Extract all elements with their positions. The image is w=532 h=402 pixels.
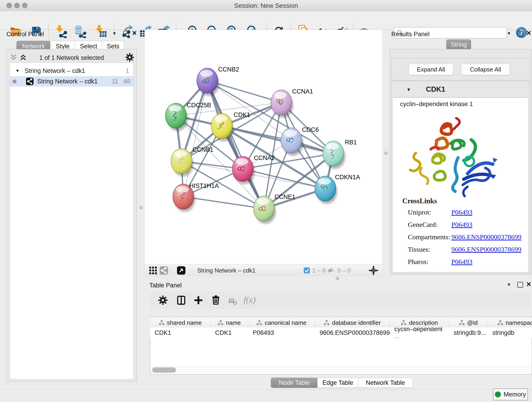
memory-status-dot-icon bbox=[495, 391, 501, 397]
show-columns-icon[interactable] bbox=[176, 295, 186, 306]
control-panel: Control Panel ▼ ✕ Network Style Select S… bbox=[2, 29, 140, 387]
vertical-splitter-handle[interactable] bbox=[139, 206, 143, 210]
column-tree-icon bbox=[159, 320, 165, 325]
column-header-label: shared name bbox=[167, 319, 202, 326]
collapse-all-button[interactable]: Collapse All bbox=[461, 64, 510, 75]
network-node-label: RB1 bbox=[345, 139, 357, 146]
table-panel-float-icon[interactable] bbox=[517, 282, 523, 288]
column-tree-icon bbox=[256, 320, 262, 325]
network-node-RB1[interactable] bbox=[323, 141, 345, 169]
network-canvas[interactable]: CCNB2CCNA1CDC25BCDK1CDC6RB1CCNB1CCNA2CDK… bbox=[145, 30, 382, 264]
crosslink-label: Uniprot: bbox=[408, 208, 451, 216]
add-column-icon[interactable] bbox=[193, 295, 204, 306]
column-header-shared-name[interactable]: shared name bbox=[150, 318, 210, 328]
network-node-CCNA2[interactable] bbox=[232, 156, 255, 184]
column-header-@id[interactable]: @id bbox=[449, 318, 488, 328]
hidden-counts: 0 – 0 bbox=[337, 267, 351, 274]
results-panel-dropdown-icon[interactable]: ▼ bbox=[507, 31, 511, 36]
network-edge[interactable] bbox=[183, 197, 264, 209]
crosslink-label: Pharos: bbox=[408, 258, 451, 266]
network-node-label: CCNB2 bbox=[218, 66, 239, 73]
column-header-label: canonical name bbox=[265, 319, 306, 326]
vertical-splitter-handle[interactable] bbox=[384, 152, 388, 155]
crosslink-link[interactable]: P06493 bbox=[451, 258, 472, 266]
horizontal-splitter-handle[interactable] bbox=[336, 277, 339, 280]
network-selection-status: 1 of 1 Network selected bbox=[7, 54, 137, 61]
memory-button[interactable]: Memory bbox=[493, 389, 528, 400]
table-cell: P06493 bbox=[248, 327, 315, 338]
column-tree-icon bbox=[459, 320, 465, 325]
table-panel-title: Table Panel bbox=[149, 282, 182, 289]
status-bar: Memory bbox=[0, 390, 532, 402]
crosslink-label: GeneCard: bbox=[408, 221, 451, 229]
network-node-count: 11 bbox=[112, 78, 118, 85]
network-node-label: CCNA1 bbox=[292, 88, 313, 95]
network-node-CDKN1A[interactable] bbox=[315, 176, 337, 204]
share-view-icon[interactable] bbox=[159, 266, 168, 275]
column-header-description[interactable]: description bbox=[390, 318, 449, 328]
function-builder-icon: f(x) bbox=[244, 295, 256, 305]
control-panel-close-icon[interactable]: ✕ bbox=[132, 30, 137, 36]
column-header-label: description bbox=[409, 319, 438, 326]
control-panel-dropdown-icon[interactable]: ▼ bbox=[112, 31, 117, 36]
table-cell: 9606.ENSP00000378699 bbox=[315, 327, 390, 338]
crosslink-link[interactable]: P06493 bbox=[451, 221, 472, 229]
network-edge[interactable] bbox=[183, 81, 207, 197]
table-cell: CDK1 bbox=[150, 327, 210, 338]
table-hscrollbar-thumb[interactable] bbox=[152, 367, 176, 373]
grid-view-icon[interactable] bbox=[148, 266, 158, 275]
column-header-canonical-name[interactable]: canonical name bbox=[248, 318, 315, 328]
tab-network-table[interactable]: Network Table bbox=[358, 378, 413, 388]
results-panel-float-icon[interactable] bbox=[517, 31, 523, 36]
protein-structure-image bbox=[407, 113, 501, 206]
table-hscrollbar-track[interactable] bbox=[150, 366, 531, 374]
crosslink-link[interactable]: 9606.ENSP00000378699 bbox=[451, 245, 521, 253]
network-node-CDC6[interactable] bbox=[281, 128, 303, 156]
column-header-name[interactable]: name bbox=[210, 318, 248, 328]
column-header-namespac[interactable]: namespac bbox=[488, 318, 532, 328]
hidden-eye-icon[interactable] bbox=[327, 267, 335, 274]
network-view-toolbar: String Network – cdk1 1 – 0 0 – 0 bbox=[145, 264, 382, 276]
crosslink-row: Tissues:9606.ENSP00000378699 bbox=[393, 243, 528, 255]
table-options-gear-icon[interactable] bbox=[158, 295, 168, 306]
crosslink-link[interactable]: 9606.ENSP00000378699 bbox=[451, 233, 521, 241]
table-cell: CDK1 bbox=[210, 327, 248, 338]
column-header-database-identifier[interactable]: database identifier bbox=[315, 318, 390, 328]
network-node-CDK1[interactable] bbox=[211, 114, 234, 141]
entry-collapse-icon[interactable]: ▼ bbox=[406, 87, 411, 92]
expand-all-button[interactable]: Expand All bbox=[409, 64, 453, 75]
control-panel-float-icon[interactable] bbox=[123, 31, 129, 36]
network-row[interactable]: String Network – cdk1 11 48 bbox=[10, 76, 133, 87]
memory-label: Memory bbox=[504, 391, 526, 398]
results-panel: Results Panel ▼ ✕ String Expand All Coll… bbox=[389, 29, 532, 277]
network-node-CCNE1[interactable] bbox=[253, 196, 276, 224]
crosslink-row: Uniprot:P06493 bbox=[393, 206, 528, 218]
network-node-label: HIST1H1A bbox=[189, 182, 219, 189]
table-panel-close-icon[interactable]: ✕ bbox=[526, 281, 531, 287]
delete-table-icon bbox=[228, 297, 238, 306]
birdseye-navigator-icon[interactable] bbox=[368, 265, 379, 275]
table-cell: stringdb bbox=[488, 327, 532, 338]
detach-view-icon[interactable] bbox=[177, 266, 186, 275]
network-node-CCNB2[interactable] bbox=[197, 68, 219, 96]
column-tree-icon bbox=[401, 320, 407, 325]
control-panel-title: Control Panel bbox=[6, 31, 44, 38]
tab-edge-table[interactable]: Edge Table bbox=[317, 378, 358, 388]
tab-string[interactable]: String bbox=[446, 39, 471, 50]
column-tree-icon bbox=[218, 320, 224, 325]
selected-checkbox-icon[interactable] bbox=[303, 267, 310, 274]
network-collection-row[interactable]: ▼ String Network – cdk1 1 bbox=[10, 65, 133, 76]
network-edge-count: 48 bbox=[123, 78, 130, 85]
network-options-gear-icon[interactable] bbox=[125, 52, 134, 62]
collection-expand-icon[interactable]: ▼ bbox=[15, 68, 20, 73]
column-header-label: @id bbox=[467, 319, 478, 326]
results-panel-close-icon[interactable]: ✕ bbox=[526, 30, 531, 36]
crosslink-link[interactable]: P06493 bbox=[451, 208, 472, 216]
delete-column-icon[interactable] bbox=[210, 294, 221, 306]
table-panel-dropdown-icon[interactable]: ▼ bbox=[507, 282, 511, 287]
table-row[interactable]: CDK1CDK1P064939606.ENSP00000378699cyclin… bbox=[150, 327, 532, 338]
collection-label: String Network – cdk1 bbox=[25, 67, 85, 75]
tab-node-table[interactable]: Node Table bbox=[271, 378, 318, 388]
network-edge[interactable] bbox=[207, 81, 264, 209]
crosslink-row: GeneCard:P06493 bbox=[393, 218, 528, 231]
